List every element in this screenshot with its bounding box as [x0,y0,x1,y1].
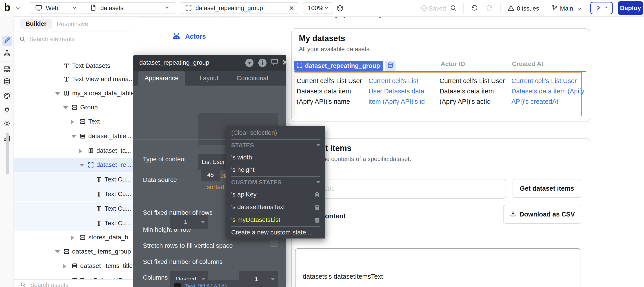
delete-state-icon[interactable] [314,217,320,225]
rail-item-settings[interactable] [2,119,12,129]
tree-item-dataset-table[interactable]: dataset_table... [14,129,133,143]
select-value: 1 [184,219,187,226]
nav-item-actors[interactable]: Actors [171,32,206,40]
preview-button[interactable] [590,2,613,14]
tree-item-text-cu[interactable]: TText Cu... [14,172,133,187]
element-search[interactable]: Search elements [14,31,133,48]
tree-item-dataset-ta[interactable]: dataset_ta... [14,144,133,158]
cell-expression[interactable]: Current cell's List User Datasets data i… [296,76,366,107]
collapse-caret-icon[interactable] [55,92,60,95]
collapse-caret-icon[interactable] [79,164,84,167]
rail-item-workflow[interactable] [2,48,12,59]
component-box-icon[interactable] [336,4,344,13]
tree-item-dataset-items-group[interactable]: dataset_items_group [14,245,133,259]
tree-item-dataset-items-title[interactable]: dataset_items_title [14,259,133,273]
color-swatch [174,283,181,287]
undo-icon[interactable] [471,4,478,12]
bubble-logo[interactable]: b [4,1,10,13]
expand-caret-icon[interactable] [63,264,66,269]
data-source-chip[interactable] [385,61,396,71]
asset-search[interactable]: Search assets [14,279,133,287]
separator-color-picker[interactable]: Text (#1A1A1A) [170,280,254,287]
branch-icon [551,4,558,12]
delete-state-icon[interactable] [314,204,320,212]
text-element-icon: T [71,277,78,279]
columns-select[interactable]: 1 [170,215,208,229]
tab-responsive[interactable]: Responsive [57,21,88,28]
chevron-down-icon[interactable] [576,6,582,12]
redo-icon[interactable] [486,4,493,12]
rail-item-design[interactable] [2,36,12,46]
tree-item-text-cu[interactable]: TText Cu... [14,187,133,201]
cell-expression[interactable]: Current cell's List User Datasets data i… [440,76,505,107]
page-select[interactable]: datasets [100,5,123,12]
tab-layout[interactable]: Layout [200,74,218,82]
tab-conditional[interactable]: Conditional [236,74,268,82]
chevron-down-icon[interactable] [72,5,78,11]
close-icon[interactable]: ✕ [289,4,294,12]
expression-token[interactable]: :sorted b [205,184,230,191]
preview-circle-icon[interactable] [244,58,254,69]
dropdown-item[interactable]: 's height [231,166,320,173]
collapse-caret-icon[interactable] [71,135,76,138]
tree-item-stores-data-b[interactable]: stores_data_b... [14,230,133,245]
tree-item-text-view-and-mana[interactable]: TText View and mana... [14,72,133,86]
rail-item-data[interactable] [2,77,12,87]
dropdown-section-header[interactable]: CUSTOM STATES [231,179,320,186]
explorer-tabs: Builder Responsive [14,16,133,31]
tree-item-my-stores-data-table[interactable]: my_stores_data_table [14,86,133,101]
property-editor-header[interactable]: dataset_repeating_group ✕ [133,55,286,71]
download-csv-button[interactable]: Download as CSV [503,205,581,224]
expand-caret-icon[interactable] [71,120,74,124]
issues-counter[interactable]: 0 issues [517,5,539,12]
info-circle-icon[interactable] [258,58,268,69]
expand-caret-icon[interactable] [71,236,74,240]
deploy-button[interactable]: Deploy [618,1,643,15]
dropdown-item[interactable]: 's datasetItemsText [231,204,320,211]
tab-appearance[interactable]: Appearance [138,71,185,86]
search-icon[interactable] [450,4,457,12]
comment-icon[interactable] [270,58,279,67]
cell-expression-link[interactable]: Current cell's List User Datasets data i… [368,76,429,107]
tree-item-text-cu[interactable]: TText Cu... [14,216,133,231]
mode-page-select-group: Web datasets [29,2,176,14]
card-title: My datasets [299,34,345,43]
dropdown-item[interactable]: 's myDatasetsList [231,216,320,224]
button-label: Get dataset items [520,185,574,192]
rail-item-plugins[interactable] [2,105,12,115]
min-height-input[interactable]: 45 [201,168,220,181]
tree-item-text-datasets[interactable]: TText Datasets [14,59,133,73]
collapse-caret-icon[interactable] [63,106,68,109]
dropdown-section-header[interactable]: STATES [231,142,320,149]
delete-state-icon[interactable] [314,191,320,200]
dropdown-item[interactable]: 's apiKey [231,191,320,198]
dropdown-item[interactable]: 's width [231,154,320,161]
rail-item-styles[interactable] [2,91,12,101]
dropdown-item[interactable]: (Clear selection) [231,129,320,136]
tree-item-text-dataset-id[interactable]: TText Dataset ID [14,274,133,279]
tree-item-text[interactable]: Text [14,115,133,129]
tree-item-group[interactable]: Group [14,100,133,115]
get-dataset-items-button[interactable]: Get dataset items [512,179,581,198]
expand-caret-icon[interactable] [79,149,82,153]
tab-builder[interactable]: Builder [20,19,52,29]
element-tab[interactable]: dataset_repeating_group ✕ [180,2,299,14]
zoom-select[interactable]: 100% [303,2,333,14]
column-header: Actor ID [441,60,465,68]
repeating-group-icon [296,62,303,69]
rail-scrollbar-thumb[interactable] [6,132,9,175]
cell-expression-link[interactable]: Current cell's List User Datasets data i… [512,76,586,107]
selected-element-badge[interactable]: dataset_repeating_group [294,61,396,71]
tree-item-text-cu[interactable]: TText Cu... [14,202,133,216]
rail-item-components[interactable] [2,64,12,75]
tree-item-dataset-re[interactable]: dataset_re... [14,158,133,172]
branch-select[interactable]: Main [560,5,573,12]
dropdown-item[interactable]: Create a new custom state... [231,229,320,236]
logo-chevron-icon[interactable] [15,5,21,12]
collapse-caret-icon[interactable] [55,250,60,253]
chevron-down-icon[interactable] [164,5,170,11]
close-icon[interactable]: ✕ [282,58,288,67]
dataset-id-input[interactable]: dataset_001 [295,179,506,199]
show-all-checkbox[interactable] [270,238,278,247]
mode-select[interactable]: Web [46,5,58,12]
